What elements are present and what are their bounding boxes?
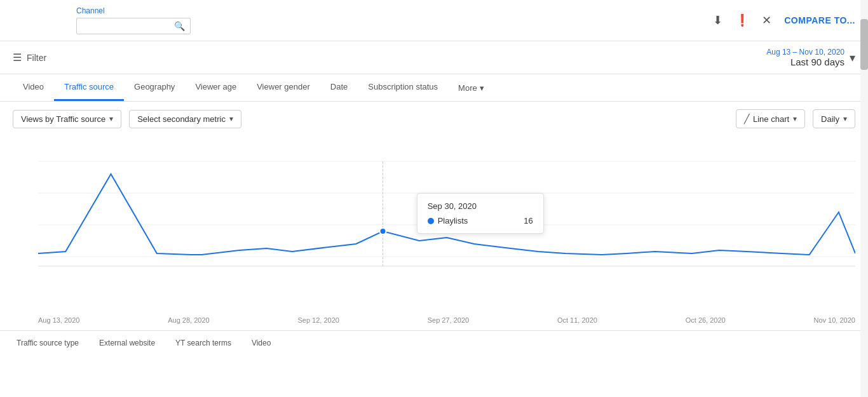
primary-metric-arrow: ▾ xyxy=(109,114,113,123)
date-range-text: Aug 13 – Nov 10, 2020 Last 90 days xyxy=(766,48,844,67)
tooltip-metric-label: Playlists xyxy=(428,216,468,225)
bottom-nav-external-website[interactable]: External website xyxy=(95,331,159,354)
line-chart-icon: ╱ xyxy=(744,114,749,124)
chart-data-point xyxy=(380,228,386,234)
secondary-metric-label: Select secondary metric xyxy=(137,114,226,124)
chart-controls-right: ╱ Line chart ▾ Daily ▾ xyxy=(736,109,855,128)
tab-subscription-status[interactable]: Subscription status xyxy=(358,74,448,101)
channel-search-input[interactable] xyxy=(82,22,174,31)
date-range-selector[interactable]: Aug 13 – Nov 10, 2020 Last 90 days ▾ xyxy=(766,48,855,67)
x-axis-labels: Aug 13, 2020 Aug 28, 2020 Sep 12, 2020 S… xyxy=(0,314,868,326)
tab-more-chevron: ▾ xyxy=(480,83,484,93)
channel-search-group: Channel 🔍 xyxy=(76,6,191,34)
close-icon[interactable]: ✕ xyxy=(762,13,771,27)
primary-metric-label: Views by Traffic source xyxy=(21,114,105,124)
secondary-metric-dropdown[interactable]: Select secondary metric ▾ xyxy=(129,110,241,128)
chart-type-arrow: ▾ xyxy=(793,114,797,123)
filter-bar: ☰ Filter Aug 13 – Nov 10, 2020 Last 90 d… xyxy=(0,41,868,74)
tab-more-label: More xyxy=(458,83,477,93)
tooltip-row: Playlists 16 xyxy=(428,216,533,225)
x-label-2: Sep 12, 2020 xyxy=(297,316,339,324)
tooltip-date: Sep 30, 2020 xyxy=(428,201,533,211)
primary-metric-dropdown[interactable]: Views by Traffic source ▾ xyxy=(13,110,121,128)
chart-controls-left: Views by Traffic source ▾ Select seconda… xyxy=(13,110,241,128)
tooltip-metric-value: 16 xyxy=(524,216,532,225)
chart-controls: Views by Traffic source ▾ Select seconda… xyxy=(0,102,868,136)
filter-label: Filter xyxy=(27,53,46,63)
tab-more[interactable]: More ▾ xyxy=(448,76,494,100)
scrollbar-track[interactable] xyxy=(860,0,868,354)
chart-type-dropdown[interactable]: ╱ Line chart ▾ xyxy=(736,109,805,128)
tab-viewer-gender[interactable]: Viewer gender xyxy=(247,74,320,101)
x-label-0: Aug 13, 2020 xyxy=(38,316,79,324)
download-icon[interactable]: ⬇ xyxy=(713,13,722,27)
tab-geography[interactable]: Geography xyxy=(124,74,185,101)
filter-icon: ☰ xyxy=(13,51,22,64)
x-label-1: Aug 28, 2020 xyxy=(168,316,209,324)
chart-tooltip: Sep 30, 2020 Playlists 16 xyxy=(417,193,544,234)
search-icon[interactable]: 🔍 xyxy=(174,21,185,31)
alert-icon[interactable]: ❗ xyxy=(735,13,749,27)
interval-label: Daily xyxy=(821,114,839,124)
bottom-nav-video[interactable]: Video xyxy=(248,331,275,354)
interval-dropdown[interactable]: Daily ▾ xyxy=(813,109,855,128)
x-label-3: Sep 27, 2020 xyxy=(428,316,469,324)
date-range-dropdown-arrow[interactable]: ▾ xyxy=(850,51,855,65)
secondary-metric-arrow: ▾ xyxy=(229,114,233,123)
channel-search-box[interactable]: 🔍 xyxy=(76,18,191,34)
top-actions: ⬇ ❗ ✕ COMPARE TO... xyxy=(713,13,855,27)
tab-viewer-age[interactable]: Viewer age xyxy=(185,74,247,101)
top-bar: Channel 🔍 ⬇ ❗ ✕ COMPARE TO... xyxy=(0,0,868,41)
channel-label: Channel xyxy=(76,6,191,15)
x-label-5: Oct 26, 2020 xyxy=(686,316,726,324)
date-range-subtitle: Aug 13 – Nov 10, 2020 xyxy=(766,48,844,57)
bottom-nav-yt-search-terms[interactable]: YT search terms xyxy=(172,331,235,354)
tab-traffic-source[interactable]: Traffic source xyxy=(54,74,124,101)
interval-arrow: ▾ xyxy=(843,114,847,123)
x-label-6: Nov 10, 2020 xyxy=(814,316,855,324)
dimension-tabs: Video Traffic source Geography Viewer ag… xyxy=(0,74,868,102)
date-range-main: Last 90 days xyxy=(766,57,844,67)
tab-date[interactable]: Date xyxy=(320,74,358,101)
scrollbar-thumb[interactable] xyxy=(860,19,868,70)
chart-type-label: Line chart xyxy=(753,114,789,124)
x-label-4: Oct 11, 2020 xyxy=(557,316,597,324)
filter-control[interactable]: ☰ Filter xyxy=(13,51,46,64)
bottom-nav-traffic-source-type[interactable]: Traffic source type xyxy=(13,331,83,354)
chart-area: 0 20 40 60 Sep 30, 2020 Playlists 16 xyxy=(0,136,868,314)
bottom-nav: Traffic source type External website YT … xyxy=(0,330,868,354)
compare-to-button[interactable]: COMPARE TO... xyxy=(784,15,855,25)
tooltip-dot xyxy=(428,218,434,224)
tab-video[interactable]: Video xyxy=(13,74,54,101)
